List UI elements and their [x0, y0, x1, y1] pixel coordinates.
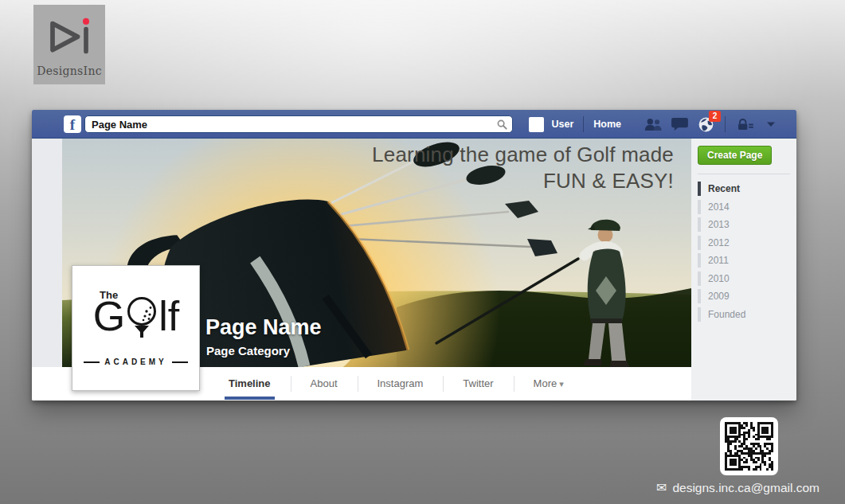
timeline-nav-founded[interactable]: Founded: [698, 306, 790, 324]
timeline-marker: [698, 307, 701, 322]
timeline-marker: [698, 272, 701, 286]
timeline-nav-label: 2013: [708, 219, 730, 230]
logo-rule-right: [172, 361, 188, 363]
timeline-nav-2013[interactable]: 2013: [698, 216, 790, 234]
logo-letters-lf: lf: [158, 293, 179, 339]
logo-academy-row: ACADEMY: [78, 357, 194, 366]
friend-requests-button[interactable]: [644, 115, 663, 134]
account-menu-button[interactable]: [761, 115, 780, 134]
email-address: designs.inc.ca@gmail.com: [672, 481, 820, 495]
timeline-marker: [698, 182, 701, 196]
timeline-nav-label: Recent: [708, 183, 740, 194]
facebook-header-bar: f User Home: [32, 110, 796, 139]
golf-academy-logo: The G lf ACADEMY: [78, 272, 194, 385]
tab-label: More: [534, 377, 557, 389]
timeline-marker: [698, 253, 701, 268]
timeline-marker: [698, 200, 701, 214]
timeline-nav-label: 2014: [708, 201, 730, 213]
profile-picture[interactable]: The G lf ACADEMY: [72, 265, 200, 391]
contact-email: ✉ designs.inc.ca@gmail.com: [656, 480, 820, 495]
tab-more[interactable]: More▾: [514, 367, 584, 400]
golf-ball-on-tee-icon: [126, 295, 158, 338]
home-nav-link[interactable]: Home: [593, 119, 621, 130]
tab-label: About: [311, 377, 338, 389]
timeline-marker: [698, 236, 701, 250]
timeline-marker: [698, 289, 701, 303]
logo-rule-left: [84, 361, 100, 363]
tab-instagram[interactable]: Instagram: [358, 367, 444, 400]
timeline-nav-label: 2009: [708, 291, 730, 302]
facebook-page-mockup: f User Home: [32, 110, 796, 400]
header-divider: [725, 116, 726, 132]
header-divider: [583, 116, 584, 132]
tab-about[interactable]: About: [291, 367, 358, 400]
page-category: Page Category: [206, 344, 290, 357]
notification-badge: 2: [709, 111, 721, 122]
caret-down-icon: [766, 121, 776, 127]
timeline-nav-2009[interactable]: 2009: [698, 287, 790, 306]
logo-golf-text: G lf: [84, 292, 188, 340]
privacy-shortcuts-button[interactable]: [735, 115, 754, 134]
search-box[interactable]: [84, 115, 513, 133]
user-nav-link[interactable]: User: [551, 119, 573, 130]
create-page-button[interactable]: Create Page: [698, 146, 772, 165]
friend-requests-icon: [644, 118, 663, 131]
cover-headline-line1: Learning the game of Golf made: [372, 142, 674, 168]
privacy-lock-icon: [737, 119, 753, 131]
timeline-nav-2010[interactable]: 2010: [698, 270, 790, 288]
page-name: Page Name: [205, 315, 322, 340]
tab-label: Timeline: [229, 377, 271, 389]
timeline-nav-2014[interactable]: 2014: [698, 198, 790, 217]
chevron-down-icon: ▾: [559, 379, 564, 389]
sidebar-divider: [698, 174, 790, 174]
header-right-nav: User Home: [529, 110, 780, 139]
timeline-nav-label: 2012: [708, 237, 730, 248]
timeline-marker: [698, 217, 701, 232]
messages-icon: [671, 117, 689, 131]
brand-name: DesignsInc: [37, 64, 102, 77]
left-margin-strip: [32, 139, 62, 367]
qr-code: [720, 417, 778, 475]
tab-label: Twitter: [463, 377, 493, 389]
cover-headline: Learning the game of Golf made FUN & EAS…: [372, 142, 674, 193]
notifications-button[interactable]: 2: [696, 115, 715, 134]
timeline-nav-2012[interactable]: 2012: [698, 234, 790, 252]
user-avatar[interactable]: [529, 117, 544, 132]
timeline-nav-label: 2010: [708, 273, 730, 284]
search-input[interactable]: [92, 116, 482, 132]
logo-academy-text: ACADEMY: [104, 357, 167, 366]
tab-timeline[interactable]: Timeline: [209, 367, 291, 400]
search-icon[interactable]: [497, 119, 507, 130]
brand-logo: DesignsInc: [33, 5, 105, 84]
cover-headline-line2: FUN & EASY!: [372, 168, 674, 194]
messages-button[interactable]: [670, 115, 689, 134]
logo-letter-g: G: [93, 293, 125, 339]
qr-code-icon: [725, 422, 773, 471]
timeline-nav-label: 2011: [708, 255, 729, 266]
timeline-nav-2011[interactable]: 2011: [698, 252, 790, 270]
timeline-nav-label: Founded: [708, 309, 745, 320]
email-icon: ✉: [656, 480, 667, 495]
tab-label: Instagram: [378, 377, 424, 389]
designsinc-logo-icon: [41, 14, 97, 61]
right-sidebar: Create Page Recent 2014 2013 2012 2011: [691, 139, 796, 400]
timeline-nav-recent[interactable]: Recent: [698, 180, 790, 198]
facebook-logo[interactable]: f: [64, 115, 81, 133]
tab-twitter[interactable]: Twitter: [443, 367, 513, 400]
